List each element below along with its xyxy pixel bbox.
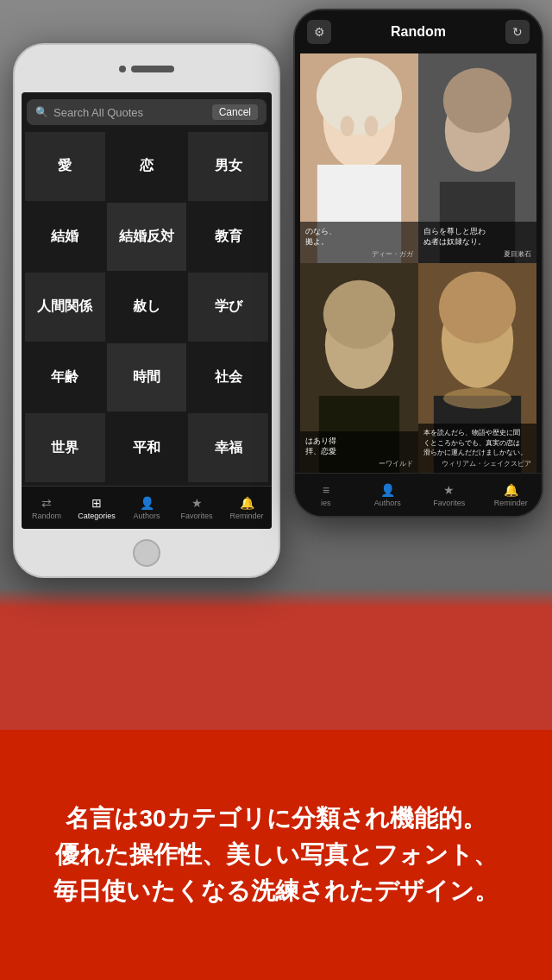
quote-author-2: 夏目漱石 [423, 249, 531, 259]
nav-right-favorites[interactable]: ★ Favorites [418, 483, 480, 507]
reminder-icon: 🔔 [240, 496, 254, 510]
promo-line2: 優れた操作性、美しい写真とフォント、 [55, 837, 498, 873]
right-phone-nav: ≡ ies 👤 Authors ★ Favorites 🔔 Reminder [295, 473, 542, 516]
nav-ies-label: ies [321, 499, 331, 507]
nav-right-reminder[interactable]: 🔔 Reminder [480, 483, 543, 507]
category-time[interactable]: 時間 [107, 343, 187, 412]
nav-right-authors-label: Authors [374, 499, 401, 507]
svg-point-18 [443, 388, 511, 409]
nav-reminder[interactable]: 🔔 Reminder [222, 496, 272, 520]
category-peace[interactable]: 平和 [107, 413, 187, 482]
quote-tile-3[interactable]: はあり得拝、恋愛 ーワイルド [300, 263, 418, 473]
quote-grid: のなら、拠よ。 ディー・ガガ 自らを尊しと思わぬ者は奴隷なり。 夏目漱石 [300, 53, 536, 473]
screen-title: Random [391, 24, 446, 40]
svg-point-4 [341, 116, 354, 136]
right-phone-header: ⚙ Random ↻ [295, 10, 542, 53]
quote-overlay-4: 本を読んだら、物語や歴史に聞くところからでも、真実の恋は滑らかに運んだだけましか… [418, 424, 536, 473]
nav-favorites-label: Favorites [180, 512, 212, 520]
promo-line1: 名言は30カテゴリに分類され機能的。 [66, 801, 486, 837]
favorites-icon: ★ [191, 496, 203, 510]
quote-author-3: ーワイルド [305, 459, 413, 468]
speaker [131, 66, 174, 72]
right-authors-icon: 👤 [380, 483, 395, 497]
phones-area: 🔍 Search All Quotes Cancel 愛 恋 男女 結婚 結婚反… [0, 0, 552, 733]
search-input[interactable]: Search All Quotes [53, 106, 207, 119]
nav-authors[interactable]: 👤 Authors [122, 496, 172, 520]
gear-icon: ⚙ [314, 25, 325, 39]
quote-tile-1[interactable]: のなら、拠よ。 ディー・ガガ [300, 53, 418, 263]
svg-point-8 [443, 68, 511, 133]
quote-text-4: 本を読んだら、物語や歴史に聞くところからでも、真実の恋は滑らかに運んだだけましか… [423, 428, 531, 457]
home-button[interactable] [133, 539, 160, 567]
category-relationships[interactable]: 人間関係 [25, 273, 105, 342]
category-against-marriage[interactable]: 結婚反対 [107, 203, 187, 272]
camera-icon [119, 66, 126, 72]
cancel-button[interactable]: Cancel [212, 104, 258, 120]
category-grid: 愛 恋 男女 結婚 結婚反対 教育 人間関係 赦し 学び 年齢 時間 社会 世界… [22, 132, 272, 482]
category-marriage[interactable]: 結婚 [25, 203, 105, 272]
right-phone: ⚙ Random ↻ [293, 9, 543, 518]
quote-text-2: 自らを尊しと思わぬ者は奴隷なり。 [423, 226, 531, 248]
nav-categories-label: Categories [78, 512, 116, 520]
quote-author-4: ウィリアム・シェイクスピア [423, 459, 531, 468]
category-learning[interactable]: 学び [188, 273, 268, 342]
category-education[interactable]: 教育 [188, 203, 268, 272]
quote-author-1: ディー・ガガ [305, 249, 413, 259]
nav-categories[interactable]: ⊞ Categories [72, 496, 122, 520]
search-icon: 🔍 [35, 106, 48, 118]
svg-point-5 [364, 116, 378, 136]
quote-text-3: はあり得拝、恋愛 [305, 436, 413, 457]
right-reminder-icon: 🔔 [504, 483, 518, 497]
random-icon: ⇄ [41, 496, 52, 510]
phone-bottom-left [15, 529, 279, 576]
category-world[interactable]: 世界 [25, 413, 105, 482]
settings-button[interactable]: ⚙ [307, 20, 331, 44]
nav-right-authors[interactable]: 👤 Authors [357, 483, 419, 507]
nav-right-favorites-label: Favorites [433, 499, 465, 507]
quote-overlay-2: 自らを尊しと思わぬ者は奴隷なり。 夏目漱石 [418, 222, 536, 263]
bottom-nav-left: ⇄ Random ⊞ Categories 👤 Authors ★ Favori… [22, 486, 272, 529]
category-happiness[interactable]: 幸福 [188, 413, 268, 482]
nav-random-label: Random [32, 512, 61, 520]
refresh-button[interactable]: ↻ [505, 20, 530, 44]
right-favorites-icon: ★ [443, 483, 455, 497]
categories-icon: ⊞ [91, 496, 102, 510]
phone-left-screen: 🔍 Search All Quotes Cancel 愛 恋 男女 結婚 結婚反… [22, 92, 272, 529]
nav-authors-label: Authors [133, 512, 160, 520]
quote-text-1: のなら、拠よ。 [305, 226, 413, 248]
quote-tile-4[interactable]: 本を読んだら、物語や歴史に聞くところからでも、真実の恋は滑らかに運んだだけましか… [418, 263, 536, 473]
svg-point-16 [439, 272, 516, 343]
category-society[interactable]: 社会 [188, 343, 268, 412]
quote-overlay-3: はあり得拝、恋愛 ーワイルド [300, 431, 418, 473]
category-genders[interactable]: 男女 [188, 132, 268, 201]
nav-right-reminder-label: Reminder [494, 499, 528, 507]
search-bar[interactable]: 🔍 Search All Quotes Cancel [27, 99, 267, 125]
category-romance[interactable]: 恋 [107, 132, 187, 201]
nav-reminder-label: Reminder [229, 512, 263, 520]
quote-tile-2[interactable]: 自らを尊しと思わぬ者は奴隷なり。 夏目漱石 [418, 53, 536, 263]
refresh-icon: ↻ [512, 25, 523, 39]
nav-random[interactable]: ⇄ Random [22, 496, 72, 520]
quote-overlay-1: のなら、拠よ。 ディー・ガガ [300, 222, 418, 263]
right-phone-screen: のなら、拠よ。 ディー・ガガ 自らを尊しと思わぬ者は奴隷なり。 夏目漱石 [300, 53, 536, 473]
phone-notch-left [15, 45, 279, 92]
authors-icon: 👤 [140, 496, 154, 510]
nav-favorites[interactable]: ★ Favorites [172, 496, 222, 520]
red-section: 名言は30カテゴリに分類され機能的。 優れた操作性、美しい写真とフォント、 毎日… [0, 730, 552, 980]
category-love[interactable]: 愛 [25, 132, 105, 201]
left-phone: 🔍 Search All Quotes Cancel 愛 恋 男女 結婚 結婚反… [13, 43, 280, 578]
svg-point-2 [317, 58, 402, 135]
nav-right-ies[interactable]: ≡ ies [295, 483, 357, 507]
category-age[interactable]: 年齢 [25, 343, 105, 412]
ies-icon: ≡ [323, 483, 329, 497]
category-forgiveness[interactable]: 赦し [107, 273, 187, 342]
svg-point-12 [323, 280, 395, 349]
bottom-nav-right: ≡ ies 👤 Authors ★ Favorites 🔔 Reminder [295, 473, 542, 516]
promo-line3: 毎日使いたくなる洗練されたデザイン。 [53, 873, 499, 909]
